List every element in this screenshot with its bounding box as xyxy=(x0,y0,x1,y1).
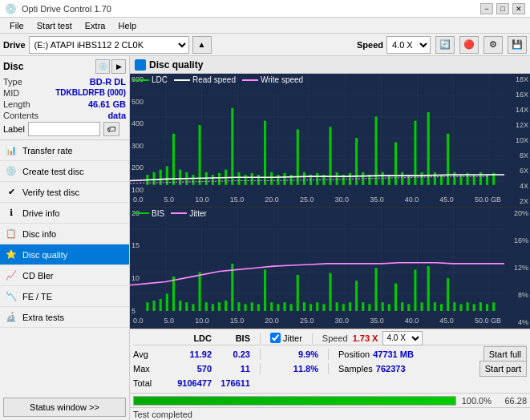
svg-rect-52 xyxy=(382,172,384,185)
svg-rect-37 xyxy=(283,173,285,185)
transfer-rate-icon: 📊 xyxy=(5,144,18,157)
svg-rect-88 xyxy=(166,293,168,310)
sidebar-label-transfer-rate: Transfer rate xyxy=(22,146,73,155)
disc-quality-icon: ⭐ xyxy=(5,248,18,261)
svg-rect-94 xyxy=(205,302,208,311)
titlebar: 💿 Opti Drive Control 1.70 − □ ✕ xyxy=(0,0,530,18)
svg-rect-97 xyxy=(225,301,227,311)
minimize-button[interactable]: − xyxy=(480,3,493,14)
close-button[interactable]: ✕ xyxy=(512,3,525,14)
svg-rect-122 xyxy=(388,304,390,311)
length-label: Length xyxy=(3,99,30,109)
sidebar-item-verify-test-disc[interactable]: ✔ Verify test disc xyxy=(0,182,129,203)
top-chart-x-axis: 0.0 5.0 10.0 15.0 20.0 25.0 30.0 35.0 40… xyxy=(130,196,504,207)
sidebar-item-drive-info[interactable]: ℹ Drive info xyxy=(0,203,129,224)
speed-value: 1.73 X xyxy=(353,333,378,343)
eject-button[interactable]: ▲ xyxy=(192,36,212,54)
svg-rect-106 xyxy=(283,302,285,311)
samples-area: Samples 762373 xyxy=(338,364,406,374)
svg-rect-115 xyxy=(342,304,345,311)
sidebar: Disc 💿 ▶ Type BD-R DL MID TDKBLDRFB (000… xyxy=(0,56,130,420)
progress-track xyxy=(133,396,456,406)
label-icon-btn[interactable]: 🏷 xyxy=(103,122,119,136)
svg-rect-104 xyxy=(270,302,273,311)
disc-panel: Disc 💿 ▶ Type BD-R DL MID TDKBLDRFB (000… xyxy=(0,56,129,140)
stats-bar: LDC BIS Jitter Speed 1.73 X 4.0 X xyxy=(130,329,530,393)
burn-button[interactable]: 🔴 xyxy=(459,36,479,54)
svg-rect-35 xyxy=(270,172,273,185)
drive-select[interactable]: (E:) ATAPI iHBS112 2 CL0K xyxy=(29,36,189,54)
sidebar-item-cd-bler[interactable]: 📈 CD Bler xyxy=(0,265,129,286)
drive-label: Drive xyxy=(3,40,26,50)
legend-bis: BIS xyxy=(133,209,164,218)
samples-value: 762373 xyxy=(376,364,406,374)
save-button[interactable]: 💾 xyxy=(508,36,527,54)
svg-rect-116 xyxy=(349,302,351,311)
jitter-checkbox[interactable] xyxy=(270,333,281,343)
stats-avg-row: Avg 11.92 0.23 9.9% Position 47731 MB St… xyxy=(133,347,527,361)
chart-title: Disc quality xyxy=(149,59,203,71)
svg-rect-101 xyxy=(251,302,253,311)
drivebar: Drive (E:) ATAPI iHBS112 2 CL0K ▲ Speed … xyxy=(0,34,530,56)
sidebar-item-fe-te[interactable]: 📉 FE / TE xyxy=(0,286,129,307)
menu-file[interactable]: File xyxy=(3,19,30,32)
svg-rect-131 xyxy=(447,278,449,311)
svg-rect-114 xyxy=(336,302,338,311)
sidebar-label-create-test-disc: Create test disc xyxy=(22,167,83,176)
menu-help[interactable]: Help xyxy=(111,19,143,32)
svg-rect-129 xyxy=(434,302,436,311)
svg-rect-102 xyxy=(257,304,260,311)
sidebar-item-disc-info[interactable]: 📋 Disc info xyxy=(0,224,129,244)
svg-rect-109 xyxy=(303,302,305,311)
top-chart-y-axis-right: 18X 16X 14X 12X 10X 8X 6X 4X 2X xyxy=(504,74,530,207)
menu-starttest[interactable]: Start test xyxy=(30,19,79,32)
sidebar-item-disc-quality[interactable]: ⭐ Disc quality xyxy=(0,244,129,265)
status-window-button[interactable]: Status window >> xyxy=(3,398,126,417)
svg-rect-53 xyxy=(388,175,390,185)
svg-rect-23 xyxy=(192,175,194,185)
bottom-chart-svg xyxy=(130,208,530,328)
type-value: BD-R DL xyxy=(90,77,126,87)
top-chart-y-axis-left: 600 500 400 300 200 100 xyxy=(130,74,154,196)
top-chart-svg xyxy=(130,74,530,207)
maximize-button[interactable]: □ xyxy=(496,3,509,14)
sidebar-item-extra-tests[interactable]: 🔬 Extra tests xyxy=(0,307,129,328)
svg-rect-120 xyxy=(375,268,378,311)
cd-bler-icon: 📈 xyxy=(5,269,18,282)
svg-rect-130 xyxy=(440,304,443,311)
disc-section-title: Disc xyxy=(3,61,23,72)
svg-rect-45 xyxy=(336,172,338,185)
legend-write-speed: Write speed xyxy=(242,75,303,84)
drive-info-icon: ℹ xyxy=(5,207,18,220)
settings-button[interactable]: ⚙ xyxy=(483,36,503,54)
svg-rect-132 xyxy=(453,302,455,311)
jitter-checkbox-area[interactable]: Jitter xyxy=(270,333,302,343)
speed-select-stats[interactable]: 4.0 X xyxy=(382,331,423,345)
disc-icon-btn[interactable]: 💿 xyxy=(95,59,110,74)
verify-test-disc-icon: ✔ xyxy=(5,186,18,199)
window-controls: − □ ✕ xyxy=(480,3,525,14)
start-full-button[interactable]: Start full xyxy=(483,346,527,362)
disc-arrow-btn[interactable]: ▶ xyxy=(111,59,126,74)
sidebar-item-transfer-rate[interactable]: 📊 Transfer rate xyxy=(0,140,129,161)
start-part-button[interactable]: Start part xyxy=(479,361,527,377)
divider6 xyxy=(328,363,329,374)
menu-extra[interactable]: Extra xyxy=(79,19,112,32)
svg-rect-123 xyxy=(394,283,397,310)
sidebar-label-extra-tests: Extra tests xyxy=(22,313,64,322)
svg-rect-54 xyxy=(394,142,397,184)
status-text: Test completed xyxy=(133,410,192,419)
divider4 xyxy=(328,349,329,360)
svg-rect-36 xyxy=(277,175,279,185)
speed-area: Speed 1.73 X 4.0 X xyxy=(322,331,423,345)
legend-jitter: Jitter xyxy=(171,209,207,218)
top-chart: LDC Read speed Write speed 18X 16X 14X xyxy=(130,74,530,208)
label-input[interactable] xyxy=(28,122,100,136)
refresh-button[interactable]: 🔄 xyxy=(435,36,455,54)
menubar: File Start test Extra Help xyxy=(0,18,530,34)
sidebar-label-verify-test-disc: Verify test disc xyxy=(22,188,79,197)
svg-rect-121 xyxy=(382,302,384,311)
speed-select[interactable]: 4.0 X xyxy=(386,36,431,54)
sidebar-item-create-test-disc[interactable]: 💿 Create test disc xyxy=(0,161,129,182)
disc-info-icon: 📋 xyxy=(5,228,18,240)
